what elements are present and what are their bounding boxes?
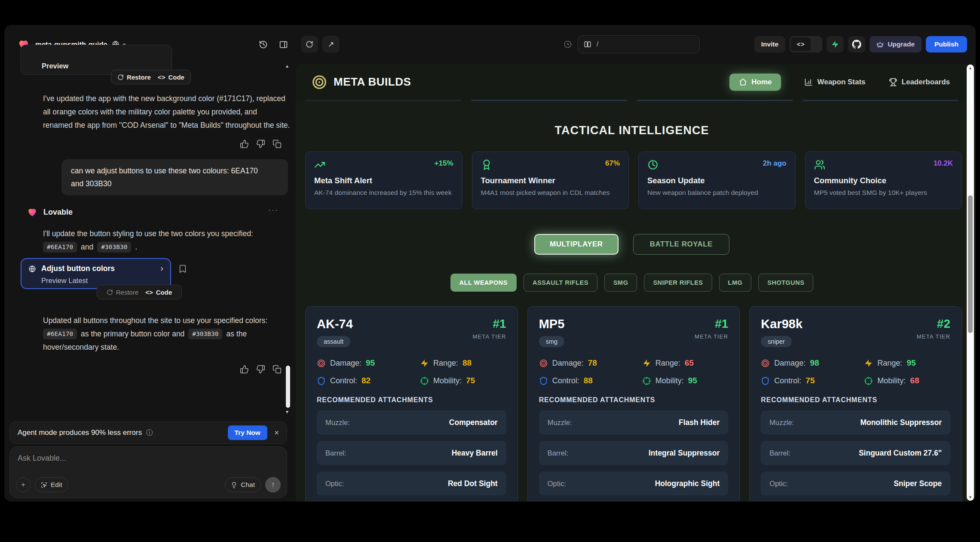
upgrade-label: Upgrade xyxy=(888,40,915,48)
app-window: meta-gunsmith-guide ▾ ↗ xyxy=(4,25,976,502)
stat-damage: Damage:78 xyxy=(539,358,642,368)
stat-control: Control:82 xyxy=(317,376,420,385)
code-view-toggle[interactable]: <> xyxy=(790,36,822,52)
chat-scrollbar-thumb[interactable] xyxy=(286,366,290,408)
nav-home[interactable]: Home xyxy=(729,74,781,91)
filter-assault-rifles[interactable]: ASSAULT RIFLES xyxy=(524,274,597,292)
thumbs-up-icon[interactable] xyxy=(240,139,249,148)
intel-value: 2h ago xyxy=(763,159,787,168)
attachment-row: Barrel: Heavy Barrel xyxy=(317,441,506,465)
intel-title: Season Update xyxy=(647,176,787,185)
intel-desc: New weapon balance patch deployed xyxy=(647,189,787,197)
scroll-down-icon[interactable]: ▼ xyxy=(967,495,974,499)
intel-card[interactable]: +15% Meta Shift Alert AK-74 dominance in… xyxy=(305,151,462,209)
intel-card[interactable]: 2h ago Season Update New weapon balance … xyxy=(638,151,796,209)
stat-damage: Damage:95 xyxy=(317,358,420,368)
filter-smg[interactable]: SMG xyxy=(604,274,637,292)
zap-icon xyxy=(864,359,873,368)
thumbs-up-icon[interactable] xyxy=(240,365,249,374)
refresh-button[interactable] xyxy=(301,36,318,53)
color-code-chip: #6EA170 xyxy=(43,329,77,339)
filter-shotguns[interactable]: SHOTGUNS xyxy=(758,274,813,292)
code-button[interactable]: <> Code xyxy=(158,74,184,81)
shield-icon xyxy=(317,376,326,385)
panel-toggle-icon[interactable] xyxy=(279,40,288,49)
scroll-up-icon[interactable]: ▲ xyxy=(285,64,289,68)
app-header: META BUILDS Home Weapon Stats Leaderboar… xyxy=(296,64,976,100)
publish-button[interactable]: Publish xyxy=(926,36,967,52)
url-bar[interactable]: / xyxy=(577,35,700,53)
nav-leaderboards[interactable]: Leaderboards xyxy=(889,78,950,86)
bookmark-icon[interactable] xyxy=(178,264,187,274)
restore-code-toolbar: Restore <> Code xyxy=(111,70,191,84)
filter-all-weapons[interactable]: ALL WEAPONS xyxy=(450,274,517,292)
pages-icon xyxy=(584,40,591,48)
zap-icon xyxy=(642,359,651,368)
shield-icon xyxy=(539,376,548,385)
history-icon[interactable] xyxy=(259,40,268,49)
upgrade-button[interactable]: Upgrade xyxy=(870,36,922,52)
stat-mobility: Mobility:68 xyxy=(864,376,950,385)
invite-button[interactable]: Invite xyxy=(754,36,785,52)
color-code-chip: #303B30 xyxy=(188,329,222,339)
assistant-message: I'll update the button styling to use th… xyxy=(43,227,291,254)
open-external-button[interactable]: ↗ xyxy=(322,36,340,53)
mode-multiplayer-button[interactable]: MULTIPLAYER xyxy=(534,234,619,255)
weapon-class-badge: assault xyxy=(317,336,350,347)
filter-lmg[interactable]: LMG xyxy=(719,274,752,292)
meta-tier-label: META TIER xyxy=(695,333,728,340)
filter-sniper-rifles[interactable]: SNIPER RIFLES xyxy=(644,274,712,292)
preview-scrollbar[interactable]: ▲ ▼ xyxy=(967,65,974,501)
target-icon xyxy=(317,359,326,368)
try-now-button[interactable]: Try Now xyxy=(228,425,267,440)
supabase-button[interactable] xyxy=(827,36,844,52)
target-logo-icon xyxy=(311,74,328,90)
thumbs-down-icon[interactable] xyxy=(256,139,265,148)
stat-range: Range:65 xyxy=(642,358,729,368)
meta-tier-label: META TIER xyxy=(917,333,950,340)
chat-mode-button[interactable]: Chat xyxy=(225,477,261,492)
stat-control: Control:88 xyxy=(539,376,642,385)
mode-buttons: MULTIPLAYER BATTLE ROYALE xyxy=(296,234,968,255)
add-attachment-button[interactable]: + xyxy=(16,477,31,492)
preview-scrollbar-thumb[interactable] xyxy=(968,195,973,333)
weapon-name: Kar98k xyxy=(761,317,802,331)
more-options-icon[interactable]: ··· xyxy=(268,206,279,215)
message-actions xyxy=(240,365,282,374)
send-button[interactable]: ↑ xyxy=(265,477,281,493)
mode-battle-royale-button[interactable]: BATTLE ROYALE xyxy=(633,234,729,255)
nav-weapon-stats[interactable]: Weapon Stats xyxy=(804,78,865,86)
attachment-row: Optic: Sniper Scope xyxy=(761,471,950,496)
lovable-logo-icon xyxy=(27,206,38,218)
github-button[interactable] xyxy=(848,36,865,52)
code-button[interactable]: <> Code xyxy=(145,289,172,296)
stat-range: Range:88 xyxy=(420,358,506,368)
scroll-down-icon[interactable]: ▼ xyxy=(285,410,289,414)
scroll-up-icon[interactable]: ▲ xyxy=(967,66,974,70)
app-brand: META BUILDS xyxy=(334,75,411,89)
weapon-card[interactable]: AK-74 assault #1 META TIER Damage:95 xyxy=(305,306,518,502)
chat-input[interactable] xyxy=(18,454,279,463)
restore-button[interactable]: Restore xyxy=(117,74,151,81)
weapon-cards: AK-74 assault #1 META TIER Damage:95 xyxy=(305,306,962,502)
intel-card[interactable]: 67% Tournament Winner M4A1 most picked w… xyxy=(472,151,629,209)
agent-mode-banner: Agent mode produces 90% less errors ⓘ Tr… xyxy=(9,422,287,444)
restore-button[interactable]: Restore xyxy=(107,289,139,296)
code-brackets-icon: <> xyxy=(158,74,165,81)
stat-range: Range:95 xyxy=(864,358,950,368)
app-preview: META BUILDS Home Weapon Stats Leaderboar… xyxy=(296,64,976,502)
weapon-card[interactable]: Kar98k sniper #2 META TIER Damage:98 xyxy=(749,306,962,502)
thumbs-down-icon[interactable] xyxy=(256,365,265,374)
scrolled-card-edges xyxy=(305,100,959,101)
url-path: / xyxy=(597,40,598,48)
copy-icon[interactable] xyxy=(273,365,282,374)
close-icon[interactable]: × xyxy=(274,428,279,437)
award-icon xyxy=(481,159,492,170)
weapon-card[interactable]: MP5 smg #1 META TIER Damage:78 xyxy=(527,306,740,502)
edit-mode-button[interactable]: Edit xyxy=(35,477,68,492)
intel-card[interactable]: 10.2K Community Choice MP5 voted best SM… xyxy=(805,151,962,209)
attachment-row: Optic: Holographic Sight xyxy=(539,471,729,496)
copy-icon[interactable] xyxy=(273,139,282,148)
assistant-message: I've updated the app with the new backgr… xyxy=(43,92,291,132)
weapon-rank: #1 xyxy=(472,317,506,331)
